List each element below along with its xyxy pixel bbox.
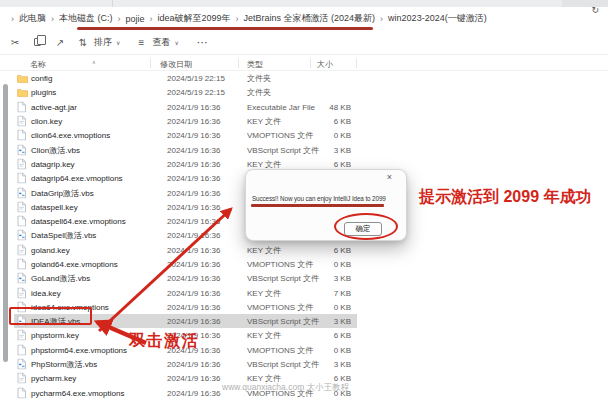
file-date-modified: 2024/1/9 16:36 [167,102,220,111]
key-icon [17,244,28,255]
file-row[interactable]: goland.key2024/1/9 16:36KEY 文件6 KB [0,243,608,257]
file-date-modified: 2024/1/9 16:36 [167,117,220,126]
file-name: idea.key [31,288,61,297]
key-icon [17,287,28,298]
file-date-modified: 2024/1/9 16:36 [167,202,220,211]
watermark: www.quanxiacha.com 大小王教程 [222,382,349,394]
tab-strip [0,0,608,7]
file-row[interactable]: plugins2024/5/19 22:15文件夹 [0,85,608,99]
file-name: clion64.exe.vmoptions [31,131,110,140]
vbs-icon [17,359,28,370]
breadcrumb-item[interactable]: JetBrains 全家桶激活 (2024最新) [244,12,376,25]
file-size: 6 KB [306,331,351,340]
file-size: 0 KB [306,345,351,354]
breadcrumb-item[interactable]: idea破解至2099年 [158,12,231,25]
sort-label: 排序 [94,36,112,49]
left-scrollbar[interactable] [3,84,8,362]
file-name: phpstorm64.exe.vmoptions [31,345,127,354]
file-name: Clion激活.vbs [31,144,80,155]
file-row[interactable]: PhpStorm激活.vbs2024/1/9 16:36VBScript Scr… [0,357,608,371]
file-date-modified: 2024/1/9 16:36 [167,388,220,397]
folder-icon [17,73,28,84]
file-date-modified: 2024/1/9 16:36 [167,302,220,311]
column-header-size[interactable]: 大小 [317,59,333,70]
file-type: VMOPTIONS 文件 [247,259,313,270]
file-size: 6 KB [306,159,351,168]
file-name: PhpStorm激活.vbs [31,359,97,370]
file-date-modified: 2024/1/9 16:36 [167,145,220,154]
file-date-modified: 2024/1/9 16:36 [167,374,220,383]
file-row[interactable]: phpstorm64.exe.vmoptions2024/1/9 16:36VM… [0,343,608,357]
refresh-icon[interactable]: ↻ [591,5,599,15]
file-date-modified: 2024/1/9 16:36 [167,288,220,297]
sort-ascending-icon: ∧ [92,59,96,65]
file-size: 0 KB [306,260,351,269]
file-icon [17,101,28,112]
file-type: KEY 文件 [247,116,281,127]
cut-icon[interactable]: ✂ [8,37,22,48]
file-size: 0 KB [306,131,351,140]
key-icon [17,330,28,341]
file-row[interactable]: clion64.exe.vmoptions2024/1/9 16:36VMOPT… [0,128,608,142]
file-type: VMOPTIONS 文件 [247,301,313,312]
file-size: 3 KB [306,360,351,369]
sort-icon: ⇅ [76,37,90,48]
file-name: plugins [31,88,56,97]
copy-icon[interactable] [34,38,41,46]
view-button[interactable]: ≡ 查看 ∨ [134,36,178,49]
key-icon [17,373,28,384]
file-type: Executable Jar File [247,102,315,111]
file-row[interactable]: phpstorm.key2024/1/9 16:36KEY 文件6 KB [0,328,608,342]
file-row[interactable]: Clion激活.vbs2024/1/9 16:36VBScript Script… [0,142,608,156]
vbs-icon [17,273,28,284]
column-header-name[interactable]: 名称 [30,59,46,70]
file-row[interactable]: idea.key2024/1/9 16:36KEY 文件7 KB [0,285,608,299]
annotation-red-circle [334,213,398,240]
file-explorer-window: › 此电脑›本地磁盘 (C:)›pojie›idea破解至2099年›JetBr… [0,0,608,400]
file-date-modified: 2024/1/9 16:36 [167,159,220,168]
key-icon [17,158,28,169]
column-divider [150,58,151,68]
file-type: KEY 文件 [247,244,281,255]
annotation-message-underline [251,204,384,207]
key-icon [17,201,28,212]
column-header-date-modified[interactable]: 修改日期 [160,59,192,70]
file-size: 3 KB [306,317,351,326]
file-row[interactable]: config2024/5/19 22:15文件夹 [0,71,608,85]
column-divider [356,58,357,68]
chevron-down-icon: ∨ [174,39,178,46]
file-name: goland64.exe.vmoptions [31,260,118,269]
tab-strip-right [562,0,608,7]
file-type: KEY 文件 [247,158,281,169]
file-date-modified: 2024/1/9 16:36 [167,260,220,269]
file-icon [17,216,28,227]
file-row[interactable]: GoLand激活.vbs2024/1/9 16:36VBScript Scrip… [0,271,608,285]
close-icon[interactable]: × [387,172,392,182]
dialog-message: Success!! Now you can enjoy IntelliJ Ide… [252,195,386,202]
file-row[interactable]: clion.key2024/1/9 16:36KEY 文件6 KB [0,114,608,128]
file-date-modified: 2024/1/9 16:36 [167,245,220,254]
breadcrumb-item[interactable]: 本地磁盘 (C:) [59,12,113,25]
vbs-icon [17,144,28,155]
file-type: KEY 文件 [247,330,281,341]
file-name: phpstorm.key [31,331,79,340]
breadcrumb-item[interactable]: win2023-2024(一键激活) [388,12,487,25]
breadcrumb-item[interactable]: pojie [126,14,145,24]
file-row[interactable]: goland64.exe.vmoptions2024/1/9 16:36VMOP… [0,257,608,271]
file-type: KEY 文件 [247,287,281,298]
annotation-red-box [9,307,92,325]
breadcrumb-item[interactable]: 此电脑 [19,12,46,25]
more-options-button[interactable]: ⋯ [197,36,209,49]
file-row[interactable]: active-agt.jar2024/1/9 16:36Executable J… [0,100,608,114]
chevron-right-icon: › [11,14,14,24]
file-icon [17,173,28,184]
sort-button[interactable]: ⇅ 排序 ∨ [76,36,120,49]
file-name: GoLand激活.vbs [31,273,90,284]
column-header-type[interactable]: 类型 [247,59,263,70]
share-icon[interactable]: ↗ [53,37,67,48]
file-type: VMOPTIONS 文件 [247,344,313,355]
file-date-modified: 2024/1/9 16:36 [167,360,220,369]
file-size: 0 KB [306,302,351,311]
file-icon [17,259,28,270]
file-name: goland.key [31,245,70,254]
